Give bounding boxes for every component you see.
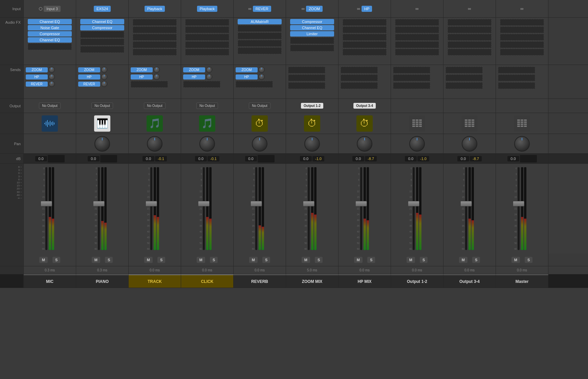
click-fader-handle[interactable] — [198, 201, 210, 206]
mic-input-btn[interactable]: Input 3 — [44, 6, 61, 12]
out12-icon[interactable] — [409, 115, 425, 132]
piano-fader-handle[interactable] — [93, 201, 105, 206]
click-send-zoom-btn[interactable]: ZOOM — [183, 67, 205, 72]
out12-mute-btn[interactable]: M — [407, 257, 415, 263]
ch-track-name[interactable]: TRACK — [129, 274, 181, 288]
zoom-icon[interactable]: ⏱ — [304, 115, 320, 132]
hp-fader-handle[interactable] — [355, 201, 367, 206]
click-output-btn[interactable]: No Output — [196, 103, 218, 109]
zoom-fader-handle[interactable] — [303, 201, 314, 206]
out34-icon[interactable] — [461, 115, 478, 132]
mic-fx-ch-eq[interactable]: Channel EQ — [28, 19, 72, 24]
master-fader-handle[interactable] — [513, 201, 524, 206]
track-send-zoom-btn[interactable]: ZOOM — [131, 67, 153, 72]
ch-mic-name[interactable]: MIC — [24, 274, 76, 288]
zoom-fx-limiter[interactable]: Limiter — [290, 31, 334, 37]
zoom-input-btn[interactable]: ZOOM — [306, 6, 323, 12]
track-mute-btn[interactable]: M — [144, 257, 153, 263]
track-output-btn[interactable]: No Output — [144, 103, 166, 109]
mic-solo-btn[interactable]: S — [52, 257, 60, 263]
zoom-fx-ch-eq[interactable]: Channel EQ — [290, 25, 334, 30]
piano-pan-knob[interactable] — [94, 136, 110, 152]
zoom-pan-knob[interactable] — [304, 136, 320, 152]
click-icon[interactable]: 🎵 — [199, 115, 215, 132]
mic-fx-compressor[interactable]: Compressor — [28, 31, 72, 37]
reverb-mute-btn[interactable]: M — [249, 257, 258, 263]
master-mute-btn[interactable]: M — [511, 257, 520, 263]
piano-send-rever-btn[interactable]: REVER — [78, 82, 100, 87]
reverb-send-hp-btn[interactable]: HP — [236, 74, 258, 80]
reverb-output-btn[interactable]: No Output — [249, 103, 270, 109]
piano-send-hp-btn[interactable]: HP — [78, 74, 100, 80]
track-send-hp-knob[interactable] — [154, 74, 160, 80]
reverb-solo-btn[interactable]: S — [262, 257, 270, 263]
track-input-btn[interactable]: Playback — [145, 6, 165, 12]
mic-send-rever-btn[interactable]: REVER — [26, 82, 48, 87]
mic-send-hp-btn[interactable]: HP — [26, 74, 48, 80]
reverb-send-zoom-knob[interactable] — [259, 67, 265, 73]
out12-fader-handle[interactable] — [408, 201, 419, 206]
reverb-pan-knob[interactable] — [252, 136, 267, 152]
click-send-hp-btn[interactable]: HP — [183, 74, 205, 80]
click-send-zoom-knob[interactable] — [206, 67, 212, 73]
hp-pan-knob[interactable] — [357, 136, 372, 152]
out34-pan-knob[interactable] — [462, 136, 477, 152]
track-send-hp-btn[interactable]: HP — [131, 74, 153, 80]
piano-fx-compressor[interactable]: Compressor — [80, 25, 124, 30]
mic-send-zoom-knob[interactable] — [49, 67, 55, 73]
mic-fader-handle[interactable] — [41, 201, 52, 206]
reverb-fx-aumatrix[interactable]: AUMatrixR — [238, 19, 282, 24]
master-solo-btn[interactable]: S — [525, 257, 532, 263]
zoom-mute-btn[interactable]: M — [302, 257, 310, 263]
zoom-fx-compressor[interactable]: Compressor — [290, 19, 334, 24]
out12-pan-knob[interactable] — [409, 136, 425, 152]
track-icon[interactable]: 🎵 — [147, 115, 163, 132]
ch-zoom-name[interactable]: ZOOM MIX — [286, 274, 339, 288]
track-fader-handle[interactable] — [146, 201, 157, 206]
hp-solo-btn[interactable]: S — [367, 257, 375, 263]
hp-output-btn[interactable]: Output 3-4 — [353, 103, 376, 109]
ch-out12-name[interactable]: Output 1-2 — [391, 274, 443, 288]
piano-send-rever-knob[interactable] — [101, 81, 107, 87]
piano-input-btn[interactable]: EXS24 — [94, 6, 111, 12]
reverb-icon[interactable]: ⏱ — [252, 115, 268, 132]
reverb-send-hp-knob[interactable] — [259, 74, 265, 80]
hp-input-btn[interactable]: HP — [362, 6, 372, 12]
out12-solo-btn[interactable]: S — [420, 257, 428, 263]
reverb-send-zoom-btn[interactable]: ZOOM — [236, 67, 258, 72]
zoom-solo-btn[interactable]: S — [315, 257, 323, 263]
piano-send-hp-knob[interactable] — [101, 74, 107, 80]
mic-mute-btn[interactable]: M — [39, 257, 48, 263]
track-send-zoom-knob[interactable] — [154, 67, 160, 73]
click-mute-btn[interactable]: M — [197, 257, 205, 263]
zoom-output-btn[interactable]: Output 1-2 — [301, 103, 323, 109]
out34-solo-btn[interactable]: S — [472, 257, 480, 263]
out34-fader-handle[interactable] — [460, 201, 472, 206]
piano-icon[interactable]: 🎹 — [94, 115, 110, 132]
reverb-input-btn[interactable]: REVER — [253, 6, 271, 12]
piano-send-zoom-knob[interactable] — [101, 67, 107, 73]
ch-master-name[interactable]: Master — [496, 274, 548, 288]
click-pan-knob[interactable] — [199, 136, 215, 152]
out34-mute-btn[interactable]: M — [459, 257, 467, 263]
click-input-btn[interactable]: Playback — [197, 6, 218, 12]
mic-fx-noise-gate[interactable]: Noise Gate — [28, 25, 72, 30]
piano-output-btn[interactable]: No Output — [91, 103, 113, 109]
hp-mute-btn[interactable]: M — [354, 257, 363, 263]
mic-icon[interactable] — [42, 115, 58, 132]
mic-output-btn[interactable]: No Output — [39, 103, 61, 109]
track-solo-btn[interactable]: S — [157, 257, 165, 263]
mic-send-hp-knob[interactable] — [49, 74, 55, 80]
hp-icon[interactable]: ⏱ — [356, 115, 373, 132]
ch-out34-name[interactable]: Output 3-4 — [443, 274, 496, 288]
mic-fx-ch-eq2[interactable]: Channel EQ — [28, 37, 72, 43]
master-icon[interactable] — [514, 115, 530, 132]
ch-reverb-name[interactable]: REVERB — [234, 274, 286, 288]
ch-piano-name[interactable]: PIANO — [76, 274, 129, 288]
piano-mute-btn[interactable]: M — [92, 257, 100, 263]
track-pan-knob[interactable] — [147, 136, 162, 152]
reverb-fader-handle[interactable] — [251, 201, 262, 206]
click-send-hp-knob[interactable] — [206, 74, 212, 80]
mic-send-rever-knob[interactable] — [49, 81, 55, 87]
master-pan-knob[interactable] — [514, 136, 530, 152]
